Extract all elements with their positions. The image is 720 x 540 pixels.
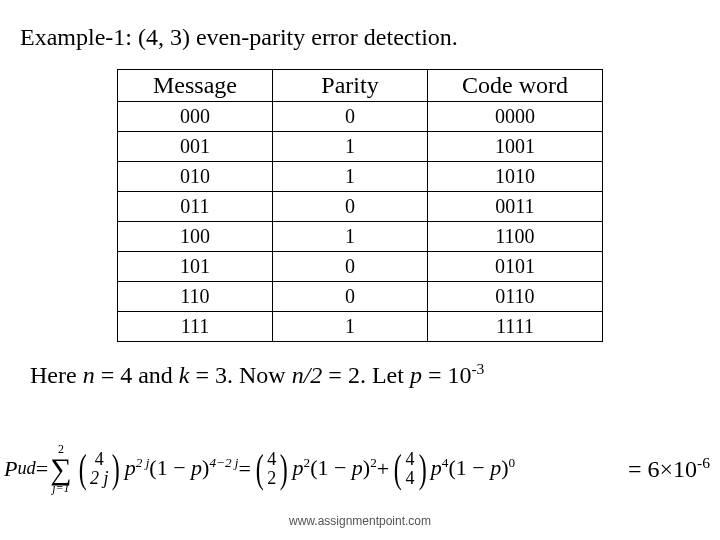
binom-top: 4: [95, 450, 104, 469]
cell-message: 100: [118, 222, 273, 252]
cell-message: 010: [118, 162, 273, 192]
var-p: p: [410, 362, 422, 388]
paren-left-icon: (: [256, 453, 264, 485]
cell-codeword: 0011: [428, 192, 603, 222]
header-message: Message: [118, 70, 273, 102]
term-2b: (1 − p)2: [310, 455, 377, 481]
cell-parity: 0: [273, 102, 428, 132]
paren-left-icon: (: [394, 453, 402, 485]
term-1a: p2 j: [125, 455, 150, 481]
var-n: n: [83, 362, 95, 388]
cell-codeword: 1100: [428, 222, 603, 252]
equals: =: [238, 456, 250, 482]
term-3a: p4: [431, 455, 449, 481]
text: Here: [30, 362, 83, 388]
lhs: P: [4, 456, 17, 482]
table-row: 000 0 0000: [118, 102, 603, 132]
result-exp: -6: [697, 454, 710, 471]
binom-top: 4: [267, 450, 276, 469]
cell-message: 011: [118, 192, 273, 222]
text: = 3. Now: [189, 362, 291, 388]
term-1b: (1 − p)4−2 j: [149, 455, 238, 481]
sigma-icon: 2 ∑ j=1: [50, 443, 71, 494]
table-row: 011 0 0011: [118, 192, 603, 222]
cell-codeword: 0000: [428, 102, 603, 132]
header-parity: Parity: [273, 70, 428, 102]
result-text: = 6×10: [628, 456, 697, 482]
binom-bot: 2 j: [90, 469, 109, 488]
text: = 2. Let: [322, 362, 410, 388]
var-n-half: n/2: [292, 362, 323, 388]
table-header-row: Message Parity Code word: [118, 70, 603, 102]
formula-row: Pud = 2 ∑ j=1 ( 4 2 j ) p2 j (1 − p)4−2 …: [4, 443, 710, 494]
cell-message: 110: [118, 282, 273, 312]
var-k: k: [179, 362, 190, 388]
table-row: 110 0 0110: [118, 282, 603, 312]
cell-parity: 1: [273, 132, 428, 162]
table-row: 101 0 0101: [118, 252, 603, 282]
cell-parity: 1: [273, 312, 428, 342]
cell-parity: 1: [273, 222, 428, 252]
table-row: 010 1 1010: [118, 162, 603, 192]
cell-parity: 1: [273, 162, 428, 192]
table-row: 111 1 1111: [118, 312, 603, 342]
cell-parity: 0: [273, 192, 428, 222]
cell-message: 001: [118, 132, 273, 162]
binom-bot: 2: [267, 469, 276, 488]
header-codeword: Code word: [428, 70, 603, 102]
probability-formula: Pud = 2 ∑ j=1 ( 4 2 j ) p2 j (1 − p)4−2 …: [4, 443, 515, 494]
paren-right-icon: ): [112, 453, 120, 485]
parameters-statement: Here n = 4 and k = 3. Now n/2 = 2. Let p…: [0, 342, 720, 389]
result-value: = 6×10-6: [616, 454, 710, 483]
text: = 10: [422, 362, 472, 388]
term-2a: p2: [293, 455, 311, 481]
cell-codeword: 0101: [428, 252, 603, 282]
binom-2: ( 4 2 ): [253, 450, 291, 488]
binom-1: ( 4 2 j ): [76, 450, 123, 488]
cell-codeword: 1001: [428, 132, 603, 162]
plus: +: [377, 456, 389, 482]
cell-codeword: 1010: [428, 162, 603, 192]
paren-right-icon: ): [418, 453, 426, 485]
text: = 4 and: [95, 362, 179, 388]
lhs-sub: ud: [17, 458, 35, 479]
cell-message: 000: [118, 102, 273, 132]
cell-parity: 0: [273, 282, 428, 312]
paren-left-icon: (: [78, 453, 86, 485]
paren-right-icon: ): [280, 453, 288, 485]
equals: =: [36, 456, 48, 482]
footer-url: www.assignmentpoint.com: [0, 514, 720, 528]
table-row: 001 1 1001: [118, 132, 603, 162]
sum-lower: j=1: [52, 482, 69, 494]
cell-codeword: 0110: [428, 282, 603, 312]
exp: -3: [471, 360, 484, 377]
binom-bot: 4: [406, 469, 415, 488]
cell-message: 101: [118, 252, 273, 282]
cell-message: 111: [118, 312, 273, 342]
cell-codeword: 1111: [428, 312, 603, 342]
binom-top: 4: [406, 450, 415, 469]
binom-3: ( 4 4 ): [391, 450, 429, 488]
cell-parity: 0: [273, 252, 428, 282]
page-title: Example-1: (4, 3) even-parity error dete…: [0, 0, 720, 63]
term-3b: (1 − p)0: [448, 455, 515, 481]
table-row: 100 1 1100: [118, 222, 603, 252]
sum-symbol: ∑: [50, 455, 71, 482]
parity-table: Message Parity Code word 000 0 0000 001 …: [117, 69, 603, 342]
